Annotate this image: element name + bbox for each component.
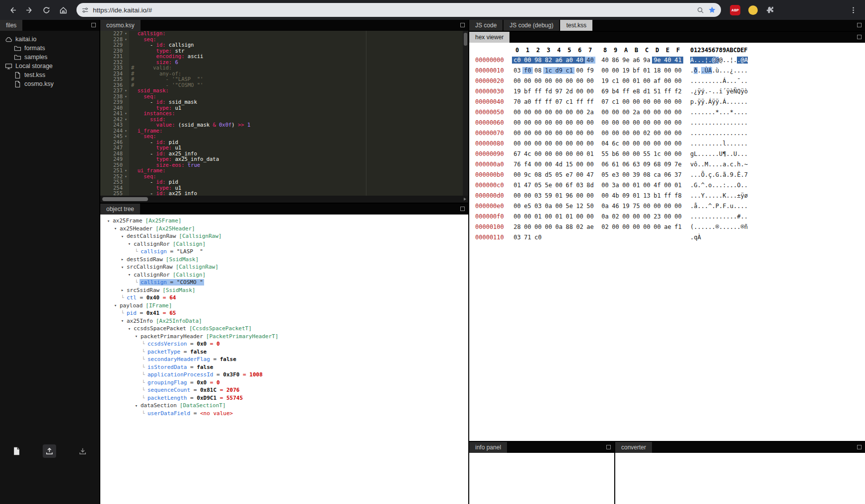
hex-byte[interactable]: ff [543,98,554,105]
hex-byte[interactable]: 01 [554,213,564,220]
ascii-char[interactable]: . [722,67,726,74]
ascii-char[interactable]: @ [719,57,722,64]
gutter-line[interactable]: 231 [100,54,129,60]
ascii-char[interactable]: À [690,57,694,64]
hex-byte[interactable]: 02 [575,223,585,230]
ascii-char[interactable]: L [694,150,697,157]
hex-byte[interactable]: 15 [564,161,575,168]
ascii-char[interactable]: . [719,192,722,199]
hex-byte[interactable]: 02 [642,130,652,137]
hex-byte[interactable]: 00 [585,161,595,168]
ascii-char[interactable]: . [698,130,701,137]
hex-byte[interactable]: 4c [522,150,533,157]
tab-cosmo-ksy[interactable]: cosmo.ksy [100,20,141,31]
ascii-char[interactable]: ¯ [737,77,740,84]
hex-byte[interactable]: 00 [533,223,543,230]
ascii-char[interactable]: . [730,119,733,126]
ascii-char[interactable]: . [698,140,701,147]
ascii-char[interactable]: ( [690,223,694,230]
ascii-char[interactable]: ÿ [716,98,719,105]
hex-byte[interactable]: 00 [642,223,652,230]
hex-byte[interactable]: 00 [543,213,554,220]
extensions-puzzle-icon[interactable] [766,5,775,15]
files-tree-item[interactable]: test.kss [0,71,99,79]
hex-byte[interactable]: 59 [543,192,554,199]
ascii-char[interactable]: . [737,203,740,210]
ascii-char[interactable]: . [741,77,744,84]
tree-node-callsign[interactable]: └callsign = "LASP " [100,248,468,256]
hex-byte[interactable]: f2 [673,88,683,95]
hex-byte[interactable]: c0 [533,234,543,241]
hex-byte[interactable]: 00 [575,119,585,126]
site-settings-icon[interactable] [81,6,89,14]
ascii-char[interactable]: o [708,182,712,189]
ascii-char[interactable]: . [726,203,730,210]
tab-info-panel[interactable]: info panel [469,442,507,453]
code-line[interactable]: callsign: [131,31,468,37]
ascii-char[interactable]: . [741,140,744,147]
hex-byte[interactable]: f0 [522,67,533,74]
ascii-char[interactable]: . [716,88,719,95]
ascii-char[interactable]: * [730,109,733,116]
ascii-char[interactable]: Ù [705,67,708,74]
hex-byte[interactable]: 75 [631,203,642,210]
fold-caret-icon[interactable]: ▾ [123,174,129,180]
ascii-char[interactable]: . [694,109,697,116]
ascii-char[interactable]: ñ [744,223,748,230]
ascii-char[interactable]: . [741,109,744,116]
ascii-char[interactable]: F [722,203,726,210]
ascii-char[interactable]: . [690,171,694,178]
hex-byte[interactable]: 00 [621,150,631,157]
tree-node-applicationProcessId[interactable]: └applicationProcessId = 0x3F0 = 1008 [100,371,468,379]
maximize-icon[interactable] [857,445,862,449]
hex-byte[interactable]: 76 [512,161,522,168]
hex-byte[interactable]: d5 [543,171,554,178]
hex-byte[interactable]: 00 [652,109,662,116]
hex-byte[interactable]: 00 [543,223,554,230]
ascii-char[interactable]: . [698,182,701,189]
ascii-char[interactable]: . [737,109,740,116]
ascii-char[interactable]: ¶ [722,150,726,157]
tree-node-ax25Header[interactable]: ▾ax25Header[Ax25Header] [100,225,468,233]
ascii-char[interactable]: . [730,192,733,199]
ascii-char[interactable]: . [690,140,694,147]
ascii-char[interactable]: . [694,171,697,178]
ascii-char[interactable]: . [730,223,733,230]
editor-body[interactable]: 227▾228▾229230231232233234235236237▾238▾… [100,31,468,196]
ascii-char[interactable]: . [705,223,708,230]
hex-byte[interactable]: 00 [662,119,673,126]
hex-byte[interactable]: 6f [564,182,575,189]
ascii-char[interactable]: . [716,182,719,189]
hex-byte[interactable]: 00 [621,140,631,147]
ascii-char[interactable]: ÿ [726,88,730,95]
ascii-char[interactable]: ÿ [698,88,701,95]
ascii-char[interactable]: ù [716,67,719,74]
ascii-char[interactable]: . [701,119,705,126]
hex-byte[interactable]: 2a [631,109,642,116]
hex-byte[interactable]: 00 [533,77,543,84]
ascii-char[interactable]: . [722,213,726,220]
ascii-char[interactable]: . [733,98,737,105]
ascii-char[interactable]: . [716,192,719,199]
hex-byte[interactable]: 00 [564,109,575,116]
ascii-char[interactable]: . [708,130,712,137]
hex-byte[interactable]: 00 [512,140,522,147]
ascii-char[interactable]: . [737,119,740,126]
fold-caret-icon[interactable]: ▾ [123,88,129,94]
tree-node-packetLength[interactable]: └packetLength = 0xD9C1 = 55745 [100,394,468,402]
ascii-char[interactable]: l [722,140,726,147]
tree-node-srcCallsignRaw[interactable]: ▾srcCallsignRaw[CallsignRaw] [100,263,468,271]
hex-byte[interactable]: 00 [652,203,662,210]
ascii-char[interactable]: . [716,130,719,137]
hex-byte[interactable]: 00 [673,140,683,147]
hex-byte[interactable]: 00 [652,140,662,147]
code-line[interactable]: seq: [131,174,468,180]
hex-byte[interactable]: 7e [673,161,683,168]
hex-byte[interactable]: f9 [585,67,595,74]
hex-byte[interactable]: 01 [631,182,642,189]
ascii-char[interactable]: . [722,109,726,116]
hex-byte[interactable]: 00 [662,98,673,105]
ascii-char[interactable]: . [705,140,708,147]
hex-byte[interactable]: 00 [621,182,631,189]
hex-byte[interactable]: 00 [642,203,652,210]
